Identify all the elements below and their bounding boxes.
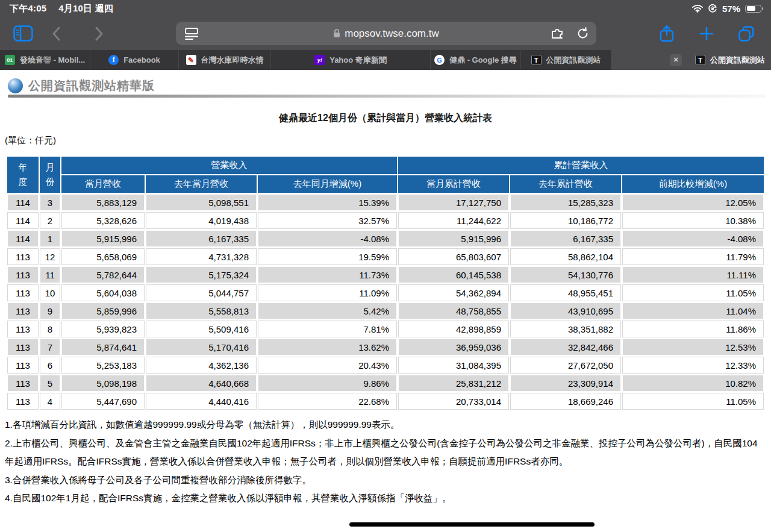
table-cell: 60,145,538 (398, 266, 509, 283)
table-cell: 5,170,416 (146, 339, 257, 355)
clock: 下午4:05 (10, 3, 46, 14)
tab-label: 公開資訊觀測站 (710, 55, 765, 66)
reader-icon[interactable] (184, 27, 199, 40)
tab-facebook[interactable]: f Facebook (90, 50, 179, 70)
col-header-last-year-cumulative: 去年累計營收 (510, 175, 621, 193)
table-cell: 113 (7, 284, 39, 301)
table-cell: 5,098,198 (61, 375, 145, 392)
revenue-table: 年 度 月 份 營業收入 累計營業收入 當月營收 去年當月營收 去年同月增減(%… (6, 155, 765, 411)
table-cell: 48,955,451 (510, 284, 621, 301)
table-cell: 11.05% (622, 284, 764, 301)
table-cell: 5,874,641 (61, 339, 145, 355)
table-cell: 6,167,335 (510, 230, 621, 247)
table-row: 11425,328,6264,019,43832.57%11,244,62210… (7, 212, 764, 229)
table-row: 11435,883,1295,098,55115.39%17,127,75015… (7, 194, 764, 211)
address-bar[interactable]: mopsov.twse.com.tw (176, 22, 596, 45)
table-cell: 20,733,014 (398, 393, 509, 410)
tab-reservoir[interactable]: ✎ 台灣水庫即時水情 (179, 50, 271, 70)
table-cell: 113 (7, 248, 39, 265)
mops-icon: T (695, 55, 705, 65)
table-cell: 54,362,894 (398, 284, 509, 301)
facebook-icon: f (108, 55, 119, 65)
tab-mops[interactable]: T 公開資訊觀測站 (521, 50, 611, 70)
new-tab-button[interactable] (699, 17, 714, 50)
url-text: mopsov.twse.com.tw (345, 28, 439, 40)
tabs-overview-button[interactable] (737, 17, 755, 50)
col-group-cumulative: 累計營業收入 (398, 157, 764, 174)
col-header-year: 年 度 (7, 157, 39, 193)
wifi-icon (692, 4, 703, 13)
table-cell: 10 (40, 284, 60, 301)
table-cell: 5.42% (258, 302, 397, 319)
table-cell: 114 (7, 212, 39, 229)
table-cell: 4,362,136 (146, 357, 257, 374)
battery-icon (745, 5, 761, 13)
table-cell: 113 (7, 375, 39, 392)
table-cell: 113 (7, 357, 39, 374)
home-indicator[interactable] (349, 522, 595, 527)
tab-label: 發燒音響 - Mobil... (20, 55, 85, 66)
forward-button[interactable] (95, 17, 104, 50)
table-cell: 4,640,668 (146, 375, 257, 392)
table-cell: 11.09% (258, 284, 397, 301)
table-cell: 32.57% (258, 212, 397, 229)
table-cell: 5,175,324 (146, 266, 257, 283)
table-cell: 6,167,335 (146, 230, 257, 247)
tab-mops-active[interactable]: ✕ T 公開資訊觀測站 (611, 50, 771, 70)
reload-icon[interactable] (576, 27, 589, 40)
table-cell: 10,186,772 (510, 212, 621, 229)
table-row: 11355,098,1984,640,6689.86%25,831,21223,… (7, 375, 764, 392)
header-divider (8, 95, 766, 98)
table-cell: 114 (7, 230, 39, 247)
footnotes: 1.各項增減百分比資訊，如數值逾越999999.99或分母為零（無法計算），則以… (5, 416, 765, 508)
mobile01-icon: 01 (5, 55, 15, 65)
table-cell: 11,244,622 (398, 212, 509, 229)
table-cell: 5,447,690 (61, 393, 145, 410)
table-cell: 5,782,644 (61, 266, 145, 283)
share-button[interactable] (659, 17, 675, 50)
extensions-icon[interactable] (551, 27, 564, 40)
table-cell: 12.53% (622, 339, 764, 355)
table-cell: 13.62% (258, 339, 397, 355)
col-group-revenue: 營業收入 (61, 157, 397, 174)
date: 4月10日 週四 (58, 3, 113, 14)
tab-google-search[interactable]: G 健鼎 - Google 搜尋 (431, 50, 521, 70)
back-button[interactable] (52, 17, 60, 50)
table-cell: 10.82% (622, 375, 764, 392)
table-cell: 7 (40, 339, 60, 355)
table-cell: 5,883,129 (61, 194, 145, 211)
col-header-yoy-change: 去年同月增減(%) (258, 175, 397, 193)
footnote-1: 1.各項增減百分比資訊，如數值逾越999999.99或分母為零（無法計算），則以… (5, 416, 765, 434)
table-cell: 5,915,996 (61, 230, 145, 247)
table-cell: 5,859,996 (61, 302, 145, 319)
table-cell: 5,098,551 (146, 194, 257, 211)
table-cell: 4,440,416 (146, 393, 257, 410)
tab-yahoo-news[interactable]: y! Yahoo 奇摩新聞 (271, 50, 431, 70)
table-cell: 12.05% (622, 194, 764, 211)
table-row: 113105,604,0385,044,75711.09%54,362,8944… (7, 284, 764, 301)
table-cell: 9 (40, 302, 60, 319)
table-row: 11365,253,1834,362,13620.43%31,084,39527… (7, 357, 764, 374)
tab-mobile01[interactable]: 01 發燒音響 - Mobil... (0, 50, 90, 70)
close-icon[interactable]: ✕ (670, 54, 682, 66)
table-cell: 5,604,038 (61, 284, 145, 301)
col-header-cumulative-revenue: 當月累計營收 (398, 175, 509, 193)
table-cell: 18,669,246 (510, 393, 621, 410)
site-title[interactable]: 公開資訊觀測站精華版 (28, 78, 155, 94)
tab-label: 健鼎 - Google 搜尋 (449, 55, 517, 66)
table-cell: 38,351,882 (510, 321, 621, 337)
table-cell: 15,285,323 (510, 194, 621, 211)
table-cell: 5,044,757 (146, 284, 257, 301)
table-cell: 20.43% (258, 357, 397, 374)
table-cell: 11.73% (258, 266, 397, 283)
table-cell: 5,509,416 (146, 321, 257, 337)
table-row: 11345,447,6904,440,41622.68%20,733,01418… (7, 393, 764, 410)
sidebar-toggle-button[interactable] (13, 17, 33, 50)
table-row: 113115,782,6445,175,32411.73%60,145,5385… (7, 266, 764, 283)
unit-label: (單位：仟元) (5, 135, 771, 146)
table-cell: 6 (40, 357, 60, 374)
table-cell: 22.68% (258, 393, 397, 410)
table-cell: 65,803,607 (398, 248, 509, 265)
table-row: 11415,915,9966,167,335-4.08%5,915,9966,1… (7, 230, 764, 247)
col-header-month-revenue: 當月營收 (61, 175, 145, 193)
